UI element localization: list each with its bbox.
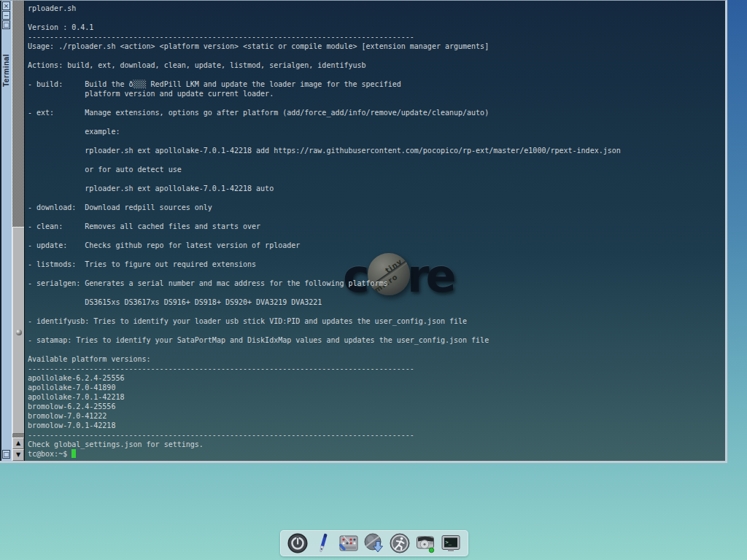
window-titlebar[interactable]: × − □ Terminal □ — [0, 1, 12, 461]
terminal-cursor — [71, 449, 76, 458]
control-panel-icon[interactable] — [338, 532, 360, 554]
dock: >_ — [280, 530, 468, 556]
prompt-line: tc@box:~$ — [25, 449, 725, 459]
close-button[interactable]: × — [2, 1, 10, 10]
pen-icon[interactable] — [312, 532, 334, 554]
terminal-output: rploader.sh Version : 0.4.1 ------------… — [25, 1, 725, 449]
terminal-app-icon[interactable]: >_ — [440, 532, 462, 554]
apps-download-icon[interactable] — [363, 532, 385, 554]
shell-prompt: tc@box:~$ — [28, 450, 67, 458]
iconify-button[interactable]: □ — [2, 450, 10, 459]
scrollbar-arrows: ▲ ▼ — [12, 438, 24, 461]
maximize-button[interactable]: □ — [2, 20, 10, 29]
svg-text:>_: >_ — [446, 540, 452, 545]
window-title: Terminal — [2, 34, 11, 87]
scrollbar-thumb[interactable] — [12, 227, 24, 434]
scroll-up-button[interactable]: ▲ — [12, 438, 24, 449]
terminal-window: × − □ Terminal □ ▲ ▼ c re tiny micro rpl… — [0, 0, 727, 463]
scrollbar-dimple — [16, 330, 22, 335]
shade-button[interactable]: − — [2, 11, 10, 20]
run-icon[interactable] — [389, 532, 411, 554]
power-icon[interactable] — [287, 532, 309, 554]
mount-drive-icon[interactable] — [414, 532, 436, 554]
scrollbar[interactable]: ▲ ▼ — [12, 1, 25, 461]
desktop: { "window": { "title": "Terminal", "clos… — [0, 0, 747, 560]
scroll-down-button[interactable]: ▼ — [12, 449, 24, 461]
terminal-content[interactable]: c re tiny micro rploader.sh Version : 0.… — [25, 1, 725, 461]
